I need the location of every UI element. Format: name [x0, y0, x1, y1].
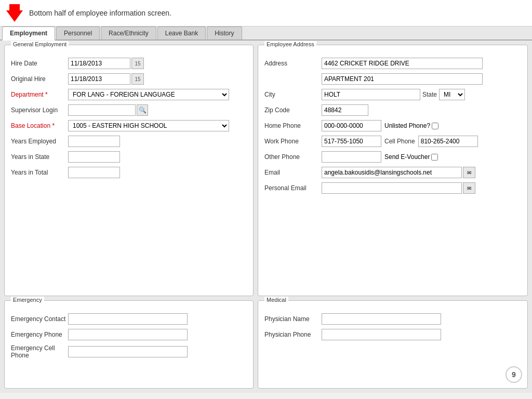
- original-hire-input[interactable]: [68, 73, 130, 85]
- years-in-total-label: Years in Total: [11, 169, 68, 176]
- email-wrap: ✉: [322, 167, 475, 178]
- original-hire-label: Original Hire: [11, 75, 68, 83]
- years-in-total-input[interactable]: [68, 167, 120, 178]
- work-phone-wrap: Cell Phone: [322, 136, 478, 147]
- zip-input[interactable]: [322, 104, 368, 116]
- physician-phone-row: Physician Phone: [264, 329, 521, 340]
- city-label: City: [264, 91, 322, 98]
- physician-phone-label: Physician Phone: [264, 331, 322, 338]
- send-evoucher-wrap: Send E-Voucher: [384, 153, 438, 161]
- tab-leave-bank[interactable]: Leave Bank: [157, 26, 206, 39]
- personal-email-row: Personal Email ✉: [264, 182, 521, 194]
- hire-date-wrap: 15: [68, 58, 144, 69]
- years-employed-input[interactable]: [68, 136, 120, 147]
- medical-title: Medical: [264, 297, 288, 303]
- years-in-state-label: Years in State: [11, 153, 68, 161]
- top-banner: Bottom half of employee information scre…: [0, 0, 532, 26]
- emergency-contact-input[interactable]: [68, 313, 188, 325]
- hire-date-calendar-btn[interactable]: 15: [131, 58, 144, 69]
- emergency-title: Emergency: [11, 297, 44, 303]
- general-employment-panel: General Employment Hire Date 15 Original…: [4, 45, 254, 296]
- original-hire-wrap: 15: [68, 73, 144, 85]
- other-phone-row: Other Phone Send E-Voucher: [264, 151, 521, 163]
- physician-name-input[interactable]: [322, 313, 441, 325]
- years-in-state-row: Years in State: [11, 151, 247, 163]
- unlisted-label: Unlisted Phone?: [384, 122, 430, 129]
- address-line2-row: [264, 73, 521, 85]
- supervisor-search-btn[interactable]: 🔍: [137, 104, 148, 116]
- emergency-phone-label: Emergency Phone: [11, 331, 68, 338]
- hire-date-label: Hire Date: [11, 60, 68, 67]
- supervisor-label: Supervisor Login: [11, 107, 68, 114]
- emergency-contact-label: Emergency Contact: [11, 315, 68, 323]
- years-employed-label: Years Employed: [11, 138, 68, 145]
- tab-race-ethnicity[interactable]: Race/Ethnicity: [101, 26, 156, 39]
- send-evoucher-label: Send E-Voucher: [384, 153, 430, 161]
- tab-employment[interactable]: Employment: [2, 26, 55, 41]
- home-phone-input[interactable]: [322, 120, 381, 131]
- supervisor-row: Supervisor Login 🔍: [11, 104, 247, 116]
- personal-email-label: Personal Email: [264, 184, 322, 192]
- address-line1-input[interactable]: [322, 58, 483, 69]
- address-label: Address: [264, 60, 322, 67]
- emergency-phone-row: Emergency Phone: [11, 329, 247, 340]
- work-phone-input[interactable]: [322, 136, 381, 147]
- original-hire-calendar-btn[interactable]: 15: [131, 73, 144, 85]
- physician-name-label: Physician Name: [264, 315, 322, 323]
- bottom-section: Emergency Emergency Contact Emergency Ph…: [4, 300, 528, 389]
- tab-personnel[interactable]: Personnel: [56, 26, 100, 39]
- other-phone-input[interactable]: [322, 151, 381, 163]
- personal-email-action-btn[interactable]: ✉: [463, 182, 475, 194]
- department-select[interactable]: FOR LANG - FOREIGN LANGUAGE: [68, 89, 229, 100]
- emergency-cell-input[interactable]: [68, 346, 188, 357]
- original-hire-row: Original Hire 15: [11, 73, 247, 85]
- email-label: Email: [264, 169, 322, 176]
- department-row: Department * FOR LANG - FOREIGN LANGUAGE: [11, 89, 247, 100]
- banner-text: Bottom half of employee information scre…: [29, 9, 171, 17]
- base-location-row: Base Location * 1005 - EASTERN HIGH SCHO…: [11, 120, 247, 131]
- physician-name-row: Physician Name: [264, 313, 521, 325]
- arrow-shaft: [9, 4, 20, 10]
- base-location-label: Base Location *: [11, 122, 68, 129]
- email-input[interactable]: [322, 167, 462, 178]
- address-line1-row: Address: [264, 58, 521, 69]
- employee-address-title: Employee Address: [264, 41, 316, 47]
- general-employment-title: General Employment: [11, 41, 69, 47]
- main-content: General Employment Hire Date 15 Original…: [0, 41, 532, 393]
- emergency-contact-row: Emergency Contact: [11, 313, 247, 325]
- cell-phone-label: Cell Phone: [384, 138, 415, 145]
- other-phone-label: Other Phone: [264, 153, 322, 161]
- send-evoucher-checkbox[interactable]: [431, 154, 438, 161]
- physician-phone-input[interactable]: [322, 329, 441, 340]
- other-phone-wrap: Send E-Voucher: [322, 151, 438, 163]
- state-label: State: [422, 91, 437, 98]
- work-phone-row: Work Phone Cell Phone: [264, 136, 521, 147]
- emergency-cell-label: Emergency Cell Phone: [11, 344, 68, 359]
- years-in-state-input[interactable]: [68, 151, 120, 163]
- supervisor-input[interactable]: [68, 104, 136, 116]
- emergency-phone-input[interactable]: [68, 329, 188, 340]
- city-row: City State MI: [264, 89, 521, 100]
- employee-address-panel: Employee Address Address City State MI: [258, 45, 528, 296]
- zip-label: Zip Code: [264, 107, 322, 114]
- email-row: Email ✉: [264, 167, 521, 178]
- top-section: General Employment Hire Date 15 Original…: [4, 45, 528, 296]
- cell-phone-input[interactable]: [418, 136, 478, 147]
- address-line2-input[interactable]: [322, 73, 483, 85]
- page-number: 9: [506, 366, 522, 383]
- state-select[interactable]: MI: [439, 89, 465, 100]
- unlisted-wrap: Unlisted Phone?: [384, 122, 438, 129]
- hire-date-input[interactable]: [68, 58, 130, 69]
- personal-email-input[interactable]: [322, 182, 462, 194]
- work-phone-label: Work Phone: [264, 138, 322, 145]
- home-phone-label: Home Phone: [264, 122, 322, 129]
- unlisted-checkbox[interactable]: [432, 123, 438, 129]
- city-state-wrap: State MI: [322, 89, 465, 100]
- email-action-btn[interactable]: ✉: [463, 167, 475, 178]
- tabs-bar: Employment Personnel Race/Ethnicity Leav…: [0, 26, 532, 41]
- supervisor-wrap: 🔍: [68, 104, 148, 116]
- hire-date-row: Hire Date 15: [11, 58, 247, 69]
- tab-history[interactable]: History: [207, 26, 242, 39]
- city-input[interactable]: [322, 89, 420, 100]
- base-location-select[interactable]: 1005 - EASTERN HIGH SCHOOL: [68, 120, 229, 131]
